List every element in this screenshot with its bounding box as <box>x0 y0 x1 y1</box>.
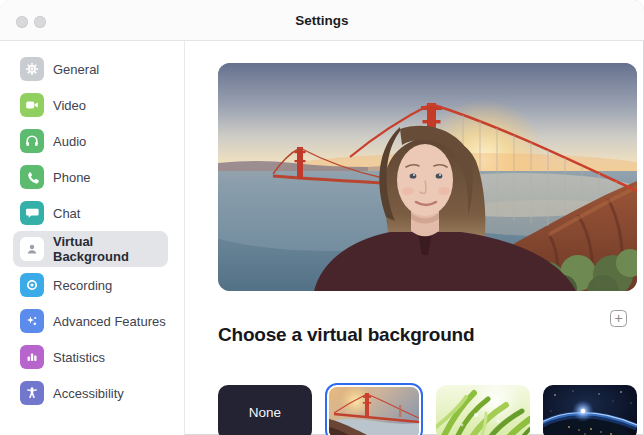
video-camera-icon <box>20 93 44 117</box>
sidebar-item-general[interactable]: General <box>13 51 168 87</box>
sidebar-item-label: Recording <box>53 278 112 293</box>
close-button[interactable] <box>16 16 28 28</box>
background-option-earth[interactable] <box>543 385 637 435</box>
background-option-golden-gate-selected[interactable] <box>325 383 423 435</box>
sidebar-item-phone[interactable]: Phone <box>13 159 168 195</box>
record-icon <box>20 273 44 297</box>
video-preview <box>218 63 637 291</box>
sidebar-item-label: Virtual Background <box>53 234 168 264</box>
gear-icon <box>20 57 44 81</box>
sidebar-item-statistics[interactable]: Statistics <box>13 339 168 375</box>
choose-background-heading: Choose a virtual background <box>218 324 474 346</box>
grass-thumbnail <box>436 385 530 435</box>
minimize-button[interactable] <box>34 16 46 28</box>
sidebar-item-label: Audio <box>53 134 86 149</box>
sidebar-item-audio[interactable]: Audio <box>13 123 168 159</box>
preview-scene-golden-gate <box>218 63 637 291</box>
sidebar-item-label: Advanced Features <box>53 314 166 329</box>
window-controls <box>16 16 46 28</box>
sidebar-item-recording[interactable]: Recording <box>13 267 168 303</box>
settings-window: Settings General Video Audio <box>0 0 644 435</box>
sidebar-item-label: Statistics <box>53 350 105 365</box>
background-option-none[interactable]: None <box>218 385 312 435</box>
chat-bubble-icon <box>20 201 44 225</box>
background-thumbnails: None <box>218 383 644 435</box>
virtual-background-panel: Choose a virtual background + None <box>185 41 644 435</box>
sidebar-item-label: Chat <box>53 206 80 221</box>
phone-icon <box>20 165 44 189</box>
settings-sidebar: General Video Audio Phone <box>0 41 185 435</box>
sidebar-item-video[interactable]: Video <box>13 87 168 123</box>
golden-gate-thumbnail <box>329 387 419 435</box>
sidebar-item-virtual-background[interactable]: Virtual Background <box>13 231 168 267</box>
accessibility-icon <box>20 381 44 405</box>
background-option-grass[interactable] <box>436 385 530 435</box>
sidebar-item-label: Video <box>53 98 86 113</box>
sidebar-item-accessibility[interactable]: Accessibility <box>13 375 168 411</box>
sparkles-icon <box>20 309 44 333</box>
bar-chart-icon <box>20 345 44 369</box>
sidebar-item-label: General <box>53 62 99 77</box>
earth-thumbnail <box>543 385 637 435</box>
window-title: Settings <box>295 13 348 28</box>
sidebar-item-advanced-features[interactable]: Advanced Features <box>13 303 168 339</box>
sidebar-item-label: Phone <box>53 170 91 185</box>
titlebar: Settings <box>0 0 644 41</box>
portrait-icon <box>20 237 44 261</box>
headphones-icon <box>20 129 44 153</box>
none-label: None <box>249 405 281 420</box>
sidebar-item-label: Accessibility <box>53 386 124 401</box>
add-background-button[interactable]: + <box>610 310 627 327</box>
sidebar-item-chat[interactable]: Chat <box>13 195 168 231</box>
